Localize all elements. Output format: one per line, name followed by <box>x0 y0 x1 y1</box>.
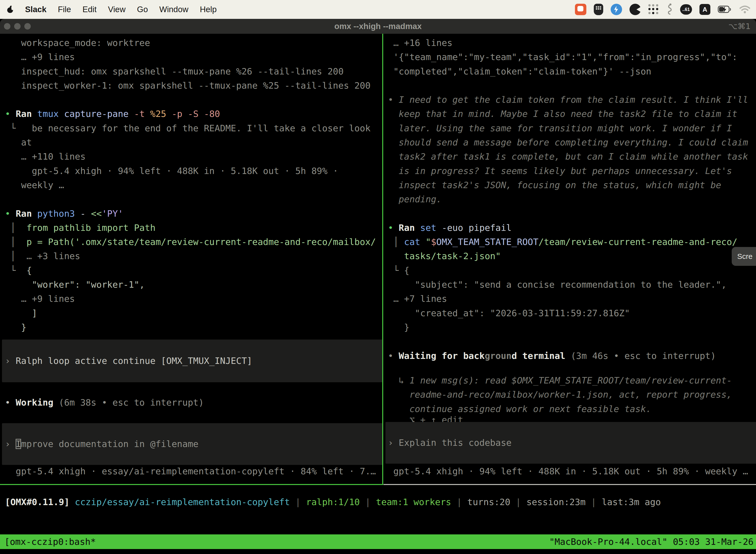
prompt-placeholder-right: › Explain this codebase <box>388 436 512 450</box>
text-segment: • <box>5 109 16 119</box>
text-segment: | <box>290 497 306 507</box>
badge-61-icon[interactable]: ..61 <box>680 4 692 15</box>
terminal-line: inspect_hud: omx sparkshell --tmux-pane … <box>5 64 382 78</box>
text-segment: " <box>426 237 431 247</box>
terminal-line: later. Using the same for transition mig… <box>388 121 756 135</box>
text-segment: › <box>5 439 16 449</box>
text-segment: gpt-5.4 xhigh · essay/ai-reimplementatio… <box>5 466 376 476</box>
terminal-window: omx --xhigh --madmax ⌥⌘1 workspace_mode:… <box>0 19 756 554</box>
terminal-line: "subject": "send a concise recommendatio… <box>388 277 756 292</box>
menu-app-name[interactable]: Slack <box>25 5 46 14</box>
terminal-line: └ { <box>388 263 756 277</box>
text-segment: … +9 lines <box>5 294 75 304</box>
terminal-line: • I need to get the claim token from the… <box>388 93 756 107</box>
terminal-line: ↳ 1 new msg(s): read $OMX_TEAM_STATE_ROO… <box>388 373 732 387</box>
text-segment: session:23m <box>526 497 585 507</box>
text-segment: cat <box>404 237 426 247</box>
terminal-line <box>388 78 756 93</box>
inject-banner: › Ralph loop active continue [OMX_TMUX_I… <box>2 340 382 382</box>
menu-item-file[interactable]: File <box>58 5 71 14</box>
text-segment: } <box>388 322 410 332</box>
tmux-pane-right[interactable]: … +16 lines '{"team_name":"my-team","tas… <box>383 34 756 484</box>
terminal-line: … +7 lines <box>388 292 756 306</box>
screen-share-overlay-button[interactable]: Scre <box>732 247 756 266</box>
terminal-line: ] <box>5 306 382 320</box>
tmux-pane-left[interactable]: workspace_mode: worktree … +9 lines insp… <box>0 34 382 484</box>
text-segment: | <box>451 497 467 507</box>
terminal-line: } <box>388 320 756 334</box>
text-segment: { <box>404 265 410 276</box>
terminal-line: "completed","claim_token":"claim-token"}… <box>388 64 756 78</box>
text-segment: capture-pane <box>64 109 134 119</box>
left-pane-output: workspace_mode: worktree … +9 lines insp… <box>0 36 382 334</box>
battery-charging-icon[interactable] <box>718 3 732 16</box>
terminal-line: task2 after task1 is complete, but can I… <box>388 150 756 164</box>
bolt-circle-icon[interactable] <box>611 3 622 16</box>
terminal-line <box>5 93 382 107</box>
shield-grid-icon[interactable] <box>594 3 603 16</box>
terminal-line: at <box>5 135 382 150</box>
notch-circle-icon[interactable] <box>630 3 641 16</box>
inject-banner-text: › Ralph loop active continue [OMX_TMUX_I… <box>5 354 252 368</box>
input-source-icon[interactable]: A <box>699 4 710 15</box>
text-segment: Ran <box>398 223 420 233</box>
terminal-line: │ from pathlib import Path <box>5 221 382 235</box>
terminal-line: │ … +3 lines <box>5 249 382 263</box>
mailbox-message-hint: ↳ 1 new msg(s): read $OMX_TEAM_STATE_ROO… <box>388 373 732 416</box>
text-segment: │ <box>5 237 26 247</box>
terminal-line: • Waiting for background terminal (3m 46… <box>388 349 756 363</box>
menu-item-edit[interactable]: Edit <box>82 5 97 14</box>
chat-app-icon[interactable] <box>575 3 586 16</box>
window-shortcut-hint: ⌥⌘1 <box>729 21 751 31</box>
text-segment: Ran <box>16 209 37 219</box>
text-segment: └ <box>388 265 404 276</box>
tmux-window-tab[interactable]: [omx-cczip0:bash* <box>0 535 96 549</box>
text-segment: │ <box>388 237 404 247</box>
text-segment: tasks/task-2.json" <box>388 251 501 261</box>
text-segment: • <box>5 397 16 407</box>
hook-icon[interactable] <box>666 3 673 16</box>
terminal-line: inspect_worker-1: omx sparkshell --tmux-… <box>5 78 382 93</box>
terminal-line: │ p = Path('.omx/state/team/review-curre… <box>5 235 382 249</box>
terminal-line: weekly … <box>5 178 382 192</box>
text-segment: << <box>91 209 102 219</box>
menu-item-view[interactable]: View <box>108 5 126 14</box>
terminal-line: inspect task2's JSON, focusing on the st… <box>388 178 756 192</box>
prompt-input-right[interactable]: › Explain this codebase <box>385 422 756 464</box>
terminal-line <box>5 192 382 206</box>
screen: Slack File Edit View Go Window Help ..61 <box>0 0 756 554</box>
menu-item-go[interactable]: Go <box>137 5 148 14</box>
prompt-input-left[interactable]: › Improve documentation in @filename <box>2 423 382 465</box>
text-segment: › <box>5 356 16 366</box>
terminal-line: … +16 lines <box>388 36 756 50</box>
terminal-line: is in progress? It seems likely but perh… <box>388 164 756 178</box>
text-segment: task2 after task1 is complete, but can I… <box>388 151 748 162</box>
dots-grid-icon[interactable] <box>648 3 659 16</box>
text-segment: ] <box>5 308 37 318</box>
terminal-line <box>388 207 756 221</box>
text-segment: gpt-5.4 xhigh · 94% left · 488K in · 5.1… <box>5 166 338 176</box>
terminal-line: should send a message before completing … <box>388 135 756 150</box>
text-segment: OMX_TEAM_STATE_ROOT <box>436 237 539 247</box>
text-segment: Ran <box>16 109 37 119</box>
apple-logo-icon[interactable] <box>7 3 14 16</box>
text-segment: - <box>80 209 91 219</box>
terminal-line: keep that in mind. Maybe I also need the… <box>388 107 756 121</box>
text-segment: cczip/essay/ai-reimplementation-copyleft <box>69 497 290 507</box>
text-segment: } <box>5 322 26 332</box>
terminal-line: pending. <box>388 192 756 206</box>
text-segment: -t <box>134 109 150 119</box>
text-segment: └ be necessary for the end of the README… <box>5 123 371 133</box>
text-segment: '{"team_name":"my-team","task_id":"1","f… <box>388 52 737 62</box>
wifi-icon[interactable] <box>739 3 751 16</box>
menu-item-help[interactable]: Help <box>200 5 217 14</box>
text-segment: | <box>510 497 526 507</box>
model-status-right: gpt-5.4 xhigh · 94% left · 488K in · 5.1… <box>388 464 748 478</box>
text-segment: groun <box>485 351 511 361</box>
text-segment: -euo pipefail <box>442 223 512 233</box>
pane-divider[interactable] <box>382 34 383 484</box>
text-segment: I need to get the claim token from the c… <box>398 95 748 105</box>
text-segment: from pathlib import Path <box>26 223 155 233</box>
menu-item-window[interactable]: Window <box>159 5 188 14</box>
window-titlebar[interactable]: omx --xhigh --madmax ⌥⌘1 <box>0 19 756 34</box>
